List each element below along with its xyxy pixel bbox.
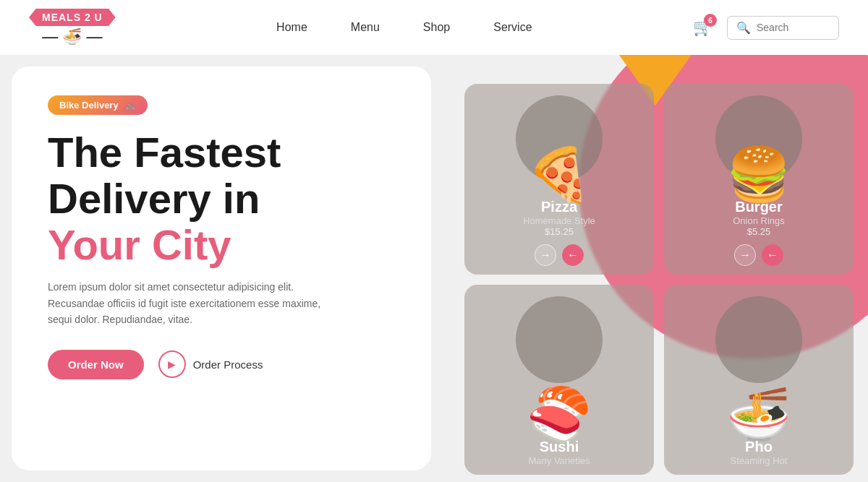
logo-badge: Meals 2 U: [29, 9, 116, 26]
pizza-prev-button[interactable]: ←: [562, 244, 584, 266]
bike-icon: 🚲: [124, 100, 136, 111]
food-card-pizza: 🍕 Pizza Homemade Style $15.25 → ←: [464, 84, 654, 275]
nav-links: Home Menu Shop Service: [276, 21, 532, 34]
burger-info: Burger Onion Rings $5.25: [733, 193, 785, 240]
burger-prev-button[interactable]: ←: [762, 244, 783, 266]
pho-subtitle: Steaming Hot: [731, 455, 788, 466]
food-card-pho: 🍜 Pho Steaming Hot: [664, 285, 854, 475]
nav-item-service[interactable]: Service: [493, 21, 532, 34]
burger-subtitle: Onion Rings: [733, 215, 785, 226]
sushi-circle-bg: [516, 296, 603, 383]
search-box[interactable]: 🔍: [727, 16, 839, 40]
navbar: Meals 2 U — 🍜 — Home Menu Shop Service 🛒…: [0, 0, 868, 55]
pizza-info: Pizza Homemade Style $15.25: [523, 193, 595, 240]
main-area: Bike Delivery 🚲 The Fastest Delivery in …: [0, 55, 868, 482]
bike-badge: Bike Delivery 🚲: [48, 95, 148, 115]
bike-badge-label: Bike Delivery: [59, 100, 119, 111]
hero-title: The Fastest Delivery in Your City: [48, 129, 395, 267]
food-grid: 🍕 Pizza Homemade Style $15.25 → ← 🍔 Burg…: [450, 69, 868, 482]
cart-badge: 6: [704, 14, 717, 27]
order-now-button[interactable]: Order Now: [48, 350, 144, 379]
pho-name: Pho: [731, 439, 788, 455]
burger-actions: → ←: [734, 244, 783, 266]
search-icon: 🔍: [736, 21, 751, 35]
nav-item-home[interactable]: Home: [276, 21, 307, 34]
pizza-price: $15.25: [523, 226, 595, 237]
burger-next-button[interactable]: →: [734, 244, 756, 266]
right-panel: 🍕 Pizza Homemade Style $15.25 → ← 🍔 Burg…: [443, 55, 868, 482]
pizza-actions: → ←: [535, 244, 584, 266]
burger-name: Burger: [733, 199, 785, 215]
logo-icon: — 🍜 —: [42, 27, 102, 46]
search-input[interactable]: [757, 22, 830, 33]
left-panel: Bike Delivery 🚲 The Fastest Delivery in …: [12, 66, 431, 470]
nav-right: 🛒 6 🔍: [693, 16, 839, 40]
pizza-name: Pizza: [523, 199, 595, 215]
sushi-subtitle: Many Varieties: [528, 455, 590, 466]
burger-price: $5.25: [733, 226, 785, 237]
food-card-burger: 🍔 Burger Onion Rings $5.25 → ←: [664, 84, 854, 275]
food-card-sushi: 🍣 Sushi Many Varieties: [464, 285, 654, 475]
nav-item-menu[interactable]: Menu: [351, 21, 380, 34]
pizza-next-button[interactable]: →: [535, 244, 556, 266]
pizza-subtitle: Homemade Style: [523, 215, 595, 226]
sushi-name: Sushi: [528, 439, 590, 455]
sushi-info: Sushi Many Varieties: [528, 433, 590, 466]
order-process-button[interactable]: ▶ Order Process: [158, 350, 263, 378]
cart-icon[interactable]: 🛒 6: [693, 18, 712, 37]
hero-description: Lorem ipsum dolor sit amet consectetur a…: [48, 279, 337, 327]
cta-row: Order Now ▶ Order Process: [48, 350, 395, 379]
pho-info: Pho Steaming Hot: [731, 433, 788, 466]
nav-item-shop[interactable]: Shop: [423, 21, 450, 34]
play-icon: ▶: [158, 350, 186, 378]
logo[interactable]: Meals 2 U — 🍜 —: [29, 9, 116, 46]
pho-circle-bg: [715, 296, 802, 383]
